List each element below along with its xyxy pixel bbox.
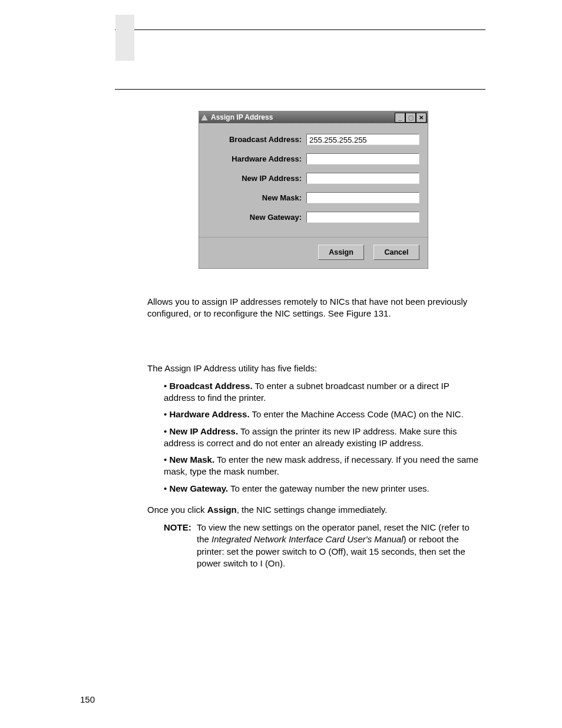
new-gateway-input[interactable] bbox=[306, 212, 419, 223]
broadcast-address-input[interactable]: 255.255.255.255 bbox=[306, 134, 419, 145]
field-descriptions: • Broadcast Address. To enter a subnet b… bbox=[147, 380, 480, 495]
note-label: NOTE: bbox=[164, 522, 197, 569]
new-ip-description: • New IP Address. To assign the printer … bbox=[164, 426, 480, 450]
new-ip-lead: New IP Address. bbox=[169, 426, 238, 436]
new-gateway-lead: New Gateway. bbox=[169, 483, 228, 493]
assign-button-label: Assign bbox=[329, 248, 353, 256]
new-mask-lead: New Mask. bbox=[169, 454, 214, 465]
once-click-paragraph: Once you click Assign, the NIC settings … bbox=[147, 504, 480, 516]
cancel-button[interactable]: Cancel bbox=[373, 245, 419, 260]
hardware-rest: To enter the Machine Access Code (MAC) o… bbox=[250, 409, 464, 419]
cancel-button-label: Cancel bbox=[385, 248, 409, 256]
dialog-title: Assign IP Address bbox=[211, 113, 395, 121]
broadcast-description: • Broadcast Address. To enter a subnet b… bbox=[164, 380, 480, 404]
note-italic: Integrated Network Interface Card User's… bbox=[211, 534, 404, 544]
chapter-tab bbox=[115, 15, 134, 61]
close-icon: ✕ bbox=[419, 114, 424, 121]
app-icon bbox=[200, 113, 209, 121]
maximize-icon: ▢ bbox=[408, 114, 414, 121]
header-rule bbox=[115, 29, 485, 30]
minimize-button[interactable]: _ bbox=[395, 113, 405, 123]
new-mask-description: • New Mask. To enter the new mask addres… bbox=[164, 454, 480, 478]
new-mask-label: New Mask: bbox=[207, 193, 306, 202]
note-text: To view the new settings on the operator… bbox=[197, 522, 480, 569]
new-mask-input[interactable] bbox=[306, 192, 419, 203]
once-post: , the NIC settings change immediately. bbox=[237, 505, 388, 515]
new-gateway-rest: To enter the gateway number the new prin… bbox=[228, 483, 429, 493]
hardware-address-input[interactable] bbox=[306, 153, 419, 164]
assign-button[interactable]: Assign bbox=[318, 245, 364, 260]
dialog-body: Broadcast Address: 255.255.255.255 Hardw… bbox=[199, 123, 428, 237]
note-block: NOTE: To view the new settings on the op… bbox=[164, 522, 480, 569]
close-button[interactable]: ✕ bbox=[416, 113, 427, 123]
hardware-address-label: Hardware Address: bbox=[207, 154, 306, 163]
intro-paragraph: Allows you to assign IP addresses remote… bbox=[147, 296, 480, 320]
dialog-titlebar: Assign IP Address _ ▢ ✕ bbox=[199, 111, 428, 123]
window-controls: _ ▢ ✕ bbox=[395, 113, 427, 123]
minimize-icon: _ bbox=[398, 114, 402, 121]
new-ip-address-label: New IP Address: bbox=[207, 174, 306, 183]
broadcast-lead: Broadcast Address. bbox=[169, 381, 252, 391]
maximize-button[interactable]: ▢ bbox=[405, 113, 416, 123]
once-pre: Once you click bbox=[147, 505, 207, 515]
hardware-lead: Hardware Address. bbox=[169, 409, 249, 419]
dialog-button-bar: Assign Cancel bbox=[199, 237, 428, 268]
once-bold: Assign bbox=[207, 505, 237, 515]
broadcast-address-label: Broadcast Address: bbox=[207, 135, 306, 144]
section-rule bbox=[115, 89, 485, 90]
new-gateway-description: • New Gateway. To enter the gateway numb… bbox=[164, 483, 480, 495]
hardware-description: • Hardware Address. To enter the Machine… bbox=[164, 409, 480, 420]
page-number: 150 bbox=[80, 694, 95, 704]
new-gateway-label: New Gateway: bbox=[207, 213, 306, 222]
assign-ip-dialog: Assign IP Address _ ▢ ✕ Broadcast Addres… bbox=[199, 111, 428, 269]
new-ip-address-input[interactable] bbox=[306, 173, 419, 184]
fields-intro: The Assign IP Address utility has five f… bbox=[147, 363, 480, 374]
